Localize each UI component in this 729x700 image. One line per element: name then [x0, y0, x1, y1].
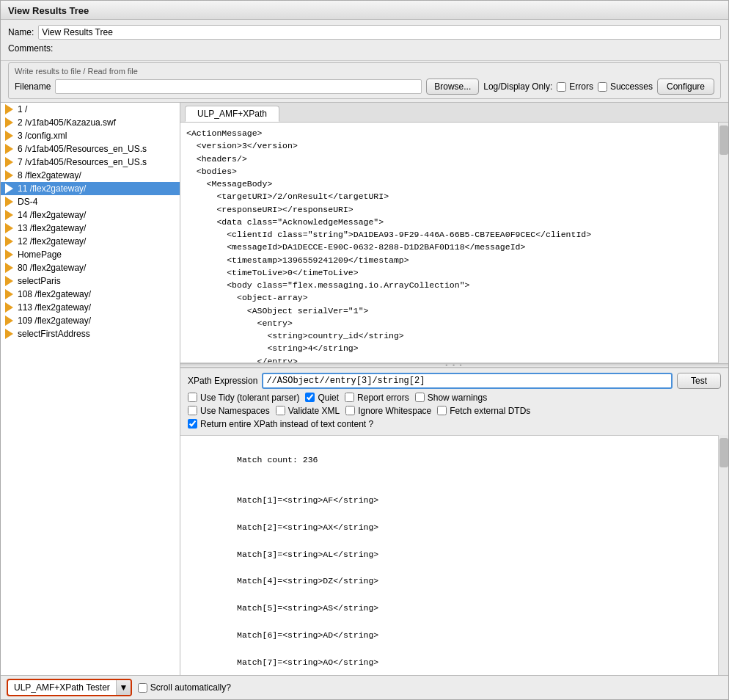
ignore-whitespace-text: Ignore Whitespace	[358, 406, 431, 416]
match-3: Match[3]=<string>AL</string>	[237, 550, 378, 559]
report-errors-checkbox[interactable]	[345, 393, 354, 402]
errors-checkbox-label[interactable]: Errors	[557, 81, 593, 92]
tree-icon-5	[5, 157, 13, 167]
tree-icon-8	[5, 197, 13, 207]
xml-view: <ActionMessage> <version>3</version> <he…	[180, 123, 718, 363]
tree-item-18[interactable]: selectFirstAddress	[1, 327, 180, 340]
dropdown-arrow-icon: ▼	[119, 682, 128, 693]
tree-item-2[interactable]: 2 /v1fab405/Kazazua.swf	[1, 116, 180, 129]
xpath-options-row3: Return entire XPath instead of text cont…	[188, 419, 721, 429]
successes-checkbox-label[interactable]: Successes	[598, 81, 653, 92]
main-window: View Results Tree Name: Comments: Write …	[0, 0, 729, 700]
comments-input[interactable]	[57, 42, 721, 55]
show-warnings-text: Show warnings	[428, 393, 487, 403]
scroll-auto-checkbox[interactable]	[138, 683, 147, 693]
errors-label: Errors	[569, 81, 593, 92]
match-2: Match[2]=<string>AX</string>	[237, 522, 378, 532]
match-count: Match count: 236	[237, 455, 318, 464]
xpath-section: XPath Expression Test Use Tidy (tolerant…	[180, 368, 728, 435]
fetch-external-checkbox[interactable]	[437, 406, 447, 415]
match-4: Match[4]=<string>DZ</string>	[237, 576, 378, 586]
return-xpath-checkbox[interactable]	[188, 419, 197, 429]
match-6: Match[6]=<string>AD</string>	[237, 630, 378, 640]
scroll-auto-label[interactable]: Scroll automatically?	[138, 682, 231, 693]
tree-label-8: DS-4	[18, 197, 37, 207]
tree-icon-18	[5, 329, 13, 339]
match-1: Match[1]=<string>AF</string>	[237, 495, 378, 505]
xpath-input[interactable]	[262, 373, 673, 389]
tree-item-15[interactable]: 108 /flex2gateway/	[1, 288, 180, 301]
tree-icon-11	[5, 236, 13, 247]
match-5: Match[5]=<string>AS</string>	[237, 603, 378, 613]
errors-checkbox[interactable]	[557, 82, 566, 92]
show-warnings-label[interactable]: Show warnings	[415, 393, 487, 403]
main-content: 1 / 2 /v1fab405/Kazazua.swf 3 /config.xm…	[1, 102, 728, 675]
tree-icon-16	[5, 302, 13, 313]
match-7: Match[7]=<string>AO</string>	[237, 657, 378, 667]
tree-item-10[interactable]: 13 /flex2gateway/	[1, 222, 180, 235]
tree-item-17[interactable]: 109 /flex2gateway/	[1, 314, 180, 327]
successes-checkbox[interactable]	[598, 82, 607, 92]
use-namespaces-label[interactable]: Use Namespaces	[188, 406, 270, 416]
tree-item-5[interactable]: 7 /v1fab405/Resources_en_US.s	[1, 156, 180, 169]
tree-item-8[interactable]: DS-4	[1, 195, 180, 208]
tree-icon-7	[5, 183, 13, 194]
tree-item-6[interactable]: 8 /flex2gateway/	[1, 169, 180, 182]
fetch-external-text: Fetch external DTDs	[450, 406, 530, 416]
filename-input[interactable]	[55, 79, 422, 94]
tree-item-14[interactable]: selectParis	[1, 274, 180, 288]
ignore-whitespace-label[interactable]: Ignore Whitespace	[345, 406, 431, 416]
tree-item-1[interactable]: 1 /	[1, 103, 180, 116]
window-title: View Results Tree	[8, 5, 89, 16]
tree-label-10: 13 /flex2gateway/	[18, 223, 86, 233]
tree-item-9[interactable]: 14 /flex2gateway/	[1, 208, 180, 222]
return-xpath-label[interactable]: Return entire XPath instead of text cont…	[188, 419, 373, 429]
file-row: Filename Browse... Log/Display Only: Err…	[15, 79, 714, 95]
tree-item-11[interactable]: 12 /flex2gateway/	[1, 235, 180, 248]
selector-dropdown[interactable]: ULP_AMF+XPath Tester ▼	[7, 679, 132, 696]
quiet-label[interactable]: Quiet	[305, 393, 339, 403]
results-area: Match count: 236 Match[1]=<string>AF</st…	[180, 435, 728, 676]
fetch-external-label[interactable]: Fetch external DTDs	[437, 406, 530, 416]
tree-icon-15	[5, 289, 13, 299]
title-bar: View Results Tree	[1, 1, 728, 20]
use-namespaces-checkbox[interactable]	[188, 406, 197, 415]
xpath-options-row2: Use Namespaces Validate XML Ignore White…	[188, 406, 721, 416]
tree-item-12[interactable]: HomePage	[1, 248, 180, 261]
comments-row: Comments:	[8, 42, 721, 55]
tree-label-6: 8 /flex2gateway/	[18, 170, 81, 181]
use-tidy-checkbox[interactable]	[188, 393, 197, 402]
results-scroll-thumb[interactable]	[719, 438, 728, 467]
xml-scrollbar[interactable]	[718, 123, 728, 363]
report-errors-label[interactable]: Report errors	[345, 393, 409, 403]
selector-arrow[interactable]: ▼	[116, 679, 131, 696]
tree-icon-10	[5, 223, 13, 233]
results-scrollbar[interactable]	[718, 435, 728, 676]
tree-item-4[interactable]: 6 /v1fab405/Resources_en_US.s	[1, 142, 180, 156]
tree-icon-17	[5, 316, 13, 326]
xml-content-area: <ActionMessage> <version>3</version> <he…	[180, 123, 728, 363]
validate-xml-checkbox[interactable]	[276, 406, 285, 415]
use-tidy-label[interactable]: Use Tidy (tolerant parser)	[188, 393, 299, 403]
xml-scroll-thumb[interactable]	[719, 125, 728, 155]
configure-button[interactable]: Configure	[657, 79, 714, 95]
tree-item-7[interactable]: 11 /flex2gateway/	[1, 182, 180, 195]
tree-label-3: 3 /config.xml	[18, 131, 67, 141]
tab-ulp-amf-xpath[interactable]: ULP_AMF+XPath	[185, 106, 279, 122]
xpath-options-row1: Use Tidy (tolerant parser) Quiet Report …	[188, 393, 721, 403]
show-warnings-checkbox[interactable]	[415, 393, 425, 402]
browse-button[interactable]: Browse...	[426, 79, 479, 95]
successes-label: Successes	[610, 81, 653, 92]
tree-item-3[interactable]: 3 /config.xml	[1, 129, 180, 142]
tree-item-16[interactable]: 113 /flex2gateway/	[1, 301, 180, 314]
name-input[interactable]	[38, 25, 721, 40]
tree-icon-4	[5, 144, 13, 154]
tree-label-13: 80 /flex2gateway/	[18, 263, 86, 273]
test-button[interactable]: Test	[677, 373, 721, 389]
ignore-whitespace-checkbox[interactable]	[345, 406, 355, 415]
quiet-checkbox[interactable]	[305, 393, 315, 402]
validate-xml-label[interactable]: Validate XML	[276, 406, 340, 416]
tree-icon-14	[5, 276, 13, 286]
tree-item-13[interactable]: 80 /flex2gateway/	[1, 261, 180, 274]
tree-label-14: selectParis	[18, 276, 61, 286]
